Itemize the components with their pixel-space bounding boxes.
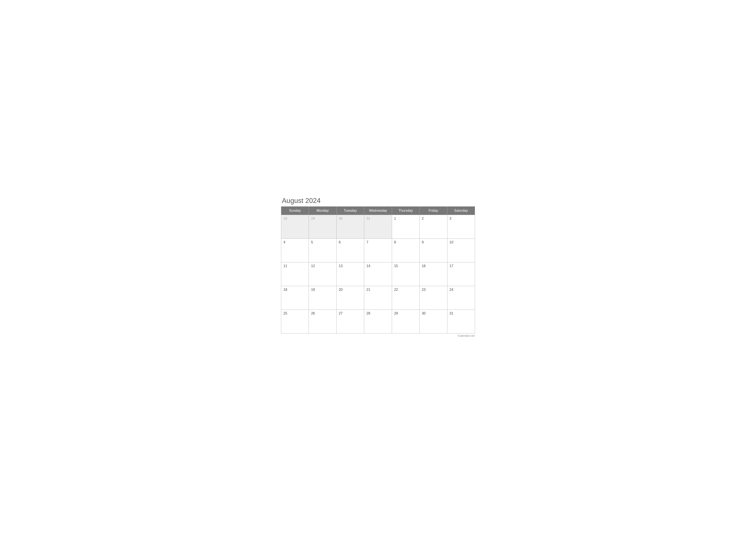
day-number: 24 bbox=[449, 288, 453, 292]
calendar-day[interactable]: 26 bbox=[309, 310, 337, 333]
calendar-day[interactable]: 21 bbox=[364, 286, 392, 310]
calendar-day[interactable]: 19 bbox=[309, 286, 337, 310]
days-of-week-row: SundayMondayTuesdayWednesdayThursdayFrid… bbox=[281, 207, 475, 215]
calendar-table: SundayMondayTuesdayWednesdayThursdayFrid… bbox=[281, 206, 475, 333]
calendar-day[interactable]: 10 bbox=[447, 239, 475, 262]
calendar-day[interactable]: 22 bbox=[392, 286, 419, 310]
calendar-day[interactable]: 29 bbox=[392, 310, 419, 333]
day-number: 3 bbox=[449, 217, 451, 220]
day-number: 26 bbox=[311, 312, 315, 315]
calendar-title: August 2024 bbox=[281, 197, 475, 205]
day-number: 9 bbox=[422, 241, 424, 244]
day-of-week-saturday: Saturday bbox=[447, 207, 475, 215]
calendar-header: SundayMondayTuesdayWednesdayThursdayFrid… bbox=[281, 207, 475, 215]
day-number: 19 bbox=[311, 288, 315, 292]
calendar-day[interactable]: 18 bbox=[281, 286, 309, 310]
day-number: 4 bbox=[284, 241, 285, 244]
calendar-day[interactable]: 31 bbox=[447, 310, 475, 333]
day-of-week-tuesday: Tuesday bbox=[337, 207, 364, 215]
day-number: 22 bbox=[394, 288, 398, 292]
day-number: 23 bbox=[422, 288, 426, 292]
calendar-day[interactable]: 16 bbox=[419, 262, 447, 286]
day-of-week-sunday: Sunday bbox=[281, 207, 309, 215]
calendar-day[interactable]: 12 bbox=[309, 262, 337, 286]
calendar-day[interactable]: 28 bbox=[364, 310, 392, 333]
day-number: 7 bbox=[366, 241, 368, 244]
week-row: 25262728293031 bbox=[281, 310, 475, 333]
calendar-day[interactable]: 17 bbox=[447, 262, 475, 286]
day-number: 29 bbox=[311, 217, 315, 220]
day-of-week-wednesday: Wednesday bbox=[364, 207, 392, 215]
calendar-body: 2829303112345678910111213141516171819202… bbox=[281, 215, 475, 333]
week-row: 28293031123 bbox=[281, 215, 475, 239]
calendar-day[interactable]: 1 bbox=[392, 215, 419, 239]
day-number: 2 bbox=[422, 217, 424, 220]
day-number: 28 bbox=[366, 312, 370, 315]
calendar-day[interactable]: 14 bbox=[364, 262, 392, 286]
calendar-container: August 2024 SundayMondayTuesdayWednesday… bbox=[281, 197, 475, 337]
calendar-day[interactable]: 31 bbox=[364, 215, 392, 239]
day-number: 10 bbox=[449, 241, 453, 244]
calendar-day[interactable]: 30 bbox=[337, 215, 364, 239]
day-number: 17 bbox=[449, 264, 453, 268]
day-number: 28 bbox=[284, 217, 287, 220]
day-number: 21 bbox=[366, 288, 370, 292]
day-number: 5 bbox=[311, 241, 313, 244]
day-of-week-friday: Friday bbox=[419, 207, 447, 215]
calendar-day[interactable]: 5 bbox=[309, 239, 337, 262]
week-row: 45678910 bbox=[281, 239, 475, 262]
calendar-day[interactable]: 8 bbox=[392, 239, 419, 262]
calendar-day[interactable]: 6 bbox=[337, 239, 364, 262]
calendar-day[interactable]: 28 bbox=[281, 215, 309, 239]
day-number: 30 bbox=[339, 217, 343, 220]
day-number: 15 bbox=[394, 264, 398, 268]
day-number: 29 bbox=[394, 312, 398, 315]
day-of-week-thursday: Thursday bbox=[392, 207, 419, 215]
calendar-day[interactable]: 2 bbox=[419, 215, 447, 239]
day-number: 31 bbox=[366, 217, 370, 220]
day-number: 20 bbox=[339, 288, 343, 292]
day-number: 27 bbox=[339, 312, 343, 315]
day-of-week-monday: Monday bbox=[309, 207, 337, 215]
day-number: 30 bbox=[422, 312, 426, 315]
calendar-day[interactable]: 11 bbox=[281, 262, 309, 286]
day-number: 11 bbox=[284, 264, 287, 268]
week-row: 11121314151617 bbox=[281, 262, 475, 286]
calendar-day[interactable]: 30 bbox=[419, 310, 447, 333]
day-number: 25 bbox=[284, 312, 287, 315]
calendar-day[interactable]: 27 bbox=[337, 310, 364, 333]
day-number: 18 bbox=[284, 288, 287, 292]
day-number: 12 bbox=[311, 264, 315, 268]
calendar-footer: iCalendars.net bbox=[281, 334, 475, 337]
day-number: 14 bbox=[366, 264, 370, 268]
day-number: 8 bbox=[394, 241, 396, 244]
day-number: 1 bbox=[394, 217, 396, 220]
day-number: 6 bbox=[339, 241, 341, 244]
week-row: 18192021222324 bbox=[281, 286, 475, 310]
calendar-day[interactable]: 13 bbox=[337, 262, 364, 286]
calendar-day[interactable]: 25 bbox=[281, 310, 309, 333]
day-number: 13 bbox=[339, 264, 343, 268]
calendar-day[interactable]: 3 bbox=[447, 215, 475, 239]
day-number: 31 bbox=[449, 312, 453, 315]
calendar-day[interactable]: 9 bbox=[419, 239, 447, 262]
day-number: 16 bbox=[422, 264, 426, 268]
calendar-day[interactable]: 7 bbox=[364, 239, 392, 262]
calendar-day[interactable]: 15 bbox=[392, 262, 419, 286]
calendar-day[interactable]: 20 bbox=[337, 286, 364, 310]
calendar-day[interactable]: 4 bbox=[281, 239, 309, 262]
calendar-day[interactable]: 24 bbox=[447, 286, 475, 310]
calendar-day[interactable]: 29 bbox=[309, 215, 337, 239]
calendar-day[interactable]: 23 bbox=[419, 286, 447, 310]
